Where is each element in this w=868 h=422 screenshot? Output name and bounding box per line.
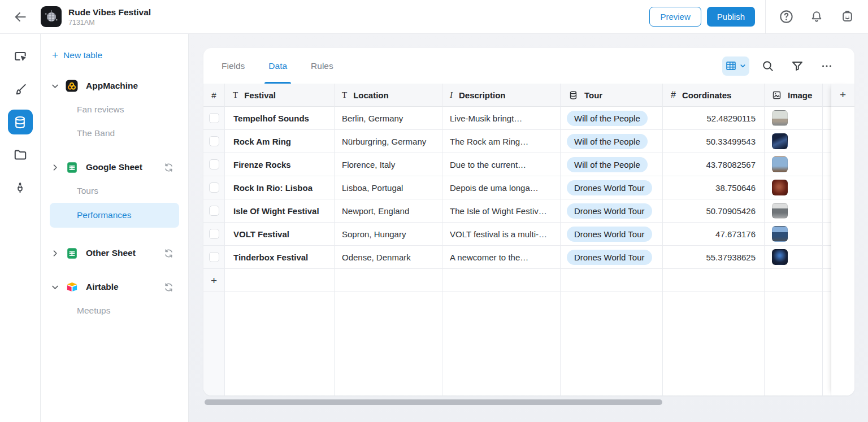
- source-other-sheet[interactable]: Other Sheet: [41, 245, 188, 262]
- sync-icon[interactable]: [163, 281, 175, 293]
- sync-icon[interactable]: [163, 162, 175, 173]
- cell-coordinates[interactable]: 50.70905426: [663, 199, 765, 223]
- view-switcher-button[interactable]: [722, 56, 749, 76]
- table-item-the-band[interactable]: The Band: [50, 125, 179, 142]
- row-checkbox[interactable]: [209, 136, 219, 146]
- tour-pill[interactable]: Will of the People: [567, 157, 648, 172]
- cell-festival[interactable]: Rock In Rio: Lisboa: [225, 176, 335, 199]
- cell-image[interactable]: [765, 130, 823, 153]
- cell-description[interactable]: The Rock am Ring…: [442, 130, 561, 153]
- more-options-button[interactable]: [816, 55, 837, 77]
- table-item-fan-reviews[interactable]: Fan reviews: [50, 101, 179, 118]
- cell-coordinates[interactable]: 38.750646: [663, 176, 765, 199]
- cell-coordinates[interactable]: 52.48290115: [663, 107, 765, 130]
- sync-icon[interactable]: [163, 247, 175, 259]
- cell-description[interactable]: Live-Musik bringt…: [442, 107, 561, 130]
- image-thumbnail[interactable]: [772, 133, 788, 149]
- help-button[interactable]: [771, 0, 801, 34]
- cell-description[interactable]: The Isle of Wight Festiv…: [442, 199, 561, 223]
- cell-image[interactable]: [765, 107, 823, 130]
- cell-location[interactable]: Newport, England: [335, 199, 442, 223]
- cell-tour[interactable]: Drones World Tour: [561, 246, 663, 269]
- preview-button[interactable]: Preview: [649, 7, 701, 27]
- cell-tour[interactable]: Will of the People: [561, 107, 663, 130]
- account-button[interactable]: [832, 0, 862, 34]
- cell-description[interactable]: A newcomer to the…: [442, 246, 561, 269]
- cell-coordinates[interactable]: 55.37938625: [663, 246, 765, 269]
- tour-pill[interactable]: Drones World Tour: [567, 203, 652, 219]
- cell-image[interactable]: [765, 223, 823, 246]
- cell-festival[interactable]: Isle Of Wight Festival: [225, 199, 335, 223]
- cell-location[interactable]: Lisboa, Portugal: [335, 176, 442, 199]
- tab-data[interactable]: Data: [268, 48, 287, 84]
- add-column-button[interactable]: +: [831, 84, 854, 107]
- rail-item-integrations[interactable]: [8, 175, 33, 200]
- tab-rules[interactable]: Rules: [311, 48, 333, 84]
- rail-item-design[interactable]: [8, 77, 33, 102]
- filter-button[interactable]: [787, 55, 808, 77]
- back-button[interactable]: [0, 10, 41, 24]
- cell-festival[interactable]: VOLT Festival: [225, 223, 335, 246]
- notifications-button[interactable]: [801, 0, 832, 34]
- image-thumbnail[interactable]: [772, 249, 788, 265]
- column-header-coordinates[interactable]: # Coordinates: [663, 84, 765, 107]
- rail-item-data[interactable]: [8, 110, 33, 134]
- cell-tour[interactable]: Will of the People: [561, 130, 663, 153]
- rail-item-screens[interactable]: [8, 44, 33, 69]
- column-header-image[interactable]: Image: [765, 84, 823, 107]
- row-checkbox[interactable]: [209, 159, 219, 169]
- row-checkbox[interactable]: [209, 252, 219, 262]
- source-appmachine[interactable]: AppMachine: [41, 77, 188, 94]
- table-item-tours[interactable]: Tours: [50, 182, 179, 199]
- image-thumbnail[interactable]: [772, 226, 788, 242]
- tour-pill[interactable]: Will of the People: [567, 134, 648, 149]
- cell-location[interactable]: Nürburgring, Germany: [335, 130, 442, 153]
- new-table-button[interactable]: + New table: [41, 50, 188, 60]
- cell-coordinates[interactable]: 43.78082567: [663, 153, 765, 176]
- column-header-location[interactable]: T Location: [335, 84, 442, 107]
- cell-tour[interactable]: Drones World Tour: [561, 176, 663, 199]
- row-checkbox[interactable]: [209, 229, 219, 239]
- cell-description[interactable]: VOLT festival is a multi-…: [442, 223, 561, 246]
- cell-festival[interactable]: Tinderbox Festival: [225, 246, 335, 269]
- cell-location[interactable]: Florence, Italy: [335, 153, 442, 176]
- row-checkbox[interactable]: [209, 206, 219, 216]
- tour-pill[interactable]: Drones World Tour: [567, 180, 652, 195]
- column-header-description[interactable]: I Description: [442, 84, 561, 107]
- row-checkbox[interactable]: [209, 182, 219, 193]
- cell-tour[interactable]: Will of the People: [561, 153, 663, 176]
- image-thumbnail[interactable]: [772, 156, 788, 172]
- cell-image[interactable]: [765, 199, 823, 223]
- publish-button[interactable]: Publish: [707, 7, 755, 27]
- cell-location[interactable]: Sopron, Hungary: [335, 223, 442, 246]
- cell-description[interactable]: Depois de uma longa…: [442, 176, 561, 199]
- cell-image[interactable]: [765, 246, 823, 269]
- cell-image[interactable]: [765, 153, 823, 176]
- cell-description[interactable]: Due to the current…: [442, 153, 561, 176]
- column-header-rownum[interactable]: #: [203, 84, 225, 107]
- image-thumbnail[interactable]: [772, 110, 788, 126]
- cell-tour[interactable]: Drones World Tour: [561, 223, 663, 246]
- cell-image[interactable]: [765, 176, 823, 199]
- cell-tour[interactable]: Drones World Tour: [561, 199, 663, 223]
- rail-item-files[interactable]: [8, 142, 33, 167]
- source-google-sheet[interactable]: Google Sheet: [41, 159, 188, 176]
- column-header-festival[interactable]: T Festival: [225, 84, 335, 107]
- search-button[interactable]: [757, 55, 779, 77]
- column-header-tour[interactable]: Tour: [561, 84, 663, 107]
- table-item-performances[interactable]: Performances: [50, 203, 179, 228]
- cell-festival[interactable]: Rock Am Ring: [225, 130, 335, 153]
- tour-pill[interactable]: Drones World Tour: [567, 250, 652, 265]
- cell-coordinates[interactable]: 47.673176: [663, 223, 765, 246]
- horizontal-scrollbar-thumb[interactable]: [205, 399, 662, 405]
- tour-pill[interactable]: Drones World Tour: [567, 227, 652, 242]
- cell-coordinates[interactable]: 50.33499543: [663, 130, 765, 153]
- tab-fields[interactable]: Fields: [222, 48, 245, 84]
- tour-pill[interactable]: Will of the People: [567, 111, 648, 126]
- cell-location[interactable]: Berlin, Germany: [335, 107, 442, 130]
- image-thumbnail[interactable]: [772, 180, 788, 195]
- cell-location[interactable]: Odense, Denmark: [335, 246, 442, 269]
- cell-festival[interactable]: Firenze Rocks: [225, 153, 335, 176]
- cell-festival[interactable]: Tempelhof Sounds: [225, 107, 335, 130]
- table-item-meetups[interactable]: Meetups: [50, 302, 179, 319]
